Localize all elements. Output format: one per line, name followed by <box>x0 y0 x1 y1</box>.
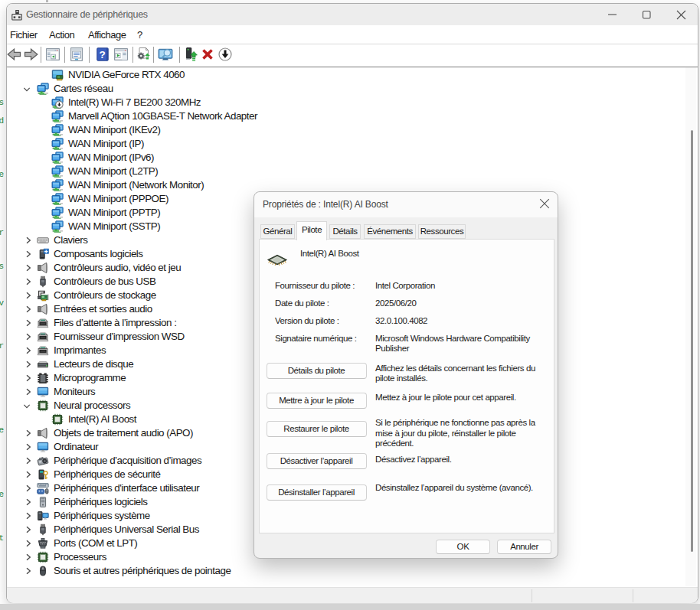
svg-text:?: ? <box>99 49 105 60</box>
